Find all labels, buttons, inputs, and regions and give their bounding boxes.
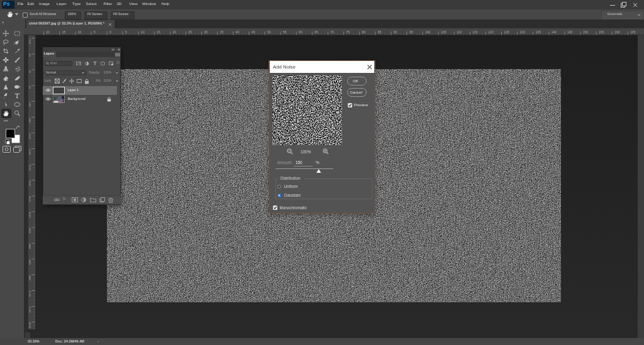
svg-text:5: 5	[29, 277, 31, 281]
svg-text:90: 90	[394, 30, 397, 34]
svg-text:0: 0	[29, 136, 31, 140]
svg-text:5: 5	[29, 214, 31, 218]
svg-text:5: 5	[29, 246, 31, 249]
svg-text:120: 120	[488, 30, 494, 34]
svg-text:115: 115	[472, 30, 477, 34]
svg-text:5: 5	[29, 309, 31, 313]
svg-text:65: 65	[314, 30, 318, 34]
svg-text:145: 145	[567, 30, 573, 34]
svg-text:5: 5	[29, 119, 31, 123]
svg-text:15: 15	[62, 30, 66, 34]
svg-text:95: 95	[409, 30, 413, 34]
svg-text:0: 0	[29, 41, 31, 45]
svg-text:40: 40	[236, 30, 240, 34]
svg-text:35: 35	[220, 30, 224, 34]
svg-text:110: 110	[457, 30, 462, 34]
svg-text:105: 105	[441, 30, 447, 34]
svg-text:140: 140	[552, 30, 557, 34]
svg-text:0: 0	[29, 104, 31, 107]
svg-text:5: 5	[29, 183, 31, 187]
svg-text:5: 5	[29, 53, 31, 57]
svg-text:0: 0	[29, 325, 31, 329]
svg-text:70: 70	[330, 30, 334, 34]
svg-text:25: 25	[189, 30, 192, 34]
svg-text:0: 0	[29, 70, 31, 74]
svg-text:130: 130	[520, 30, 526, 34]
svg-text:5: 5	[29, 85, 31, 89]
svg-text:30: 30	[204, 30, 208, 34]
svg-text:20: 20	[172, 30, 176, 34]
svg-text:80: 80	[362, 30, 366, 34]
svg-text:5: 5	[94, 30, 96, 34]
svg-text:55: 55	[283, 30, 287, 34]
svg-text:50: 50	[267, 30, 271, 34]
svg-text:0: 0	[29, 261, 31, 265]
svg-text:160: 160	[614, 30, 620, 34]
svg-text:10: 10	[78, 30, 82, 34]
svg-text:60: 60	[299, 30, 303, 34]
svg-text:135: 135	[536, 30, 541, 34]
svg-text:85: 85	[378, 30, 382, 34]
svg-text:165: 165	[630, 30, 636, 34]
svg-text:0: 0	[29, 167, 31, 171]
svg-text:125: 125	[504, 30, 510, 34]
svg-text:0: 0	[29, 230, 31, 234]
svg-text:75: 75	[347, 30, 350, 34]
svg-text:155: 155	[599, 30, 604, 34]
svg-text:0: 0	[109, 30, 111, 34]
svg-text:5: 5	[29, 151, 31, 155]
svg-text:20: 20	[47, 30, 50, 34]
svg-text:45: 45	[252, 30, 255, 34]
svg-text:10: 10	[141, 30, 145, 34]
svg-text:150: 150	[583, 30, 589, 34]
svg-text:15: 15	[157, 30, 160, 34]
svg-text:5: 5	[125, 30, 127, 34]
svg-text:0: 0	[29, 293, 31, 297]
svg-text:100: 100	[425, 30, 431, 34]
svg-text:0: 0	[29, 199, 31, 202]
